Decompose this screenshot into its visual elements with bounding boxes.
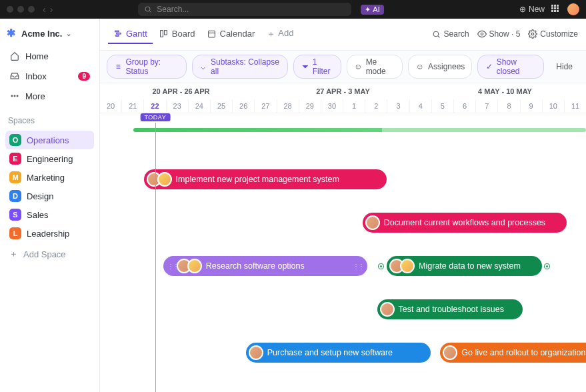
day-column[interactable]: 6 [454, 99, 476, 113]
global-search[interactable]: Search... [138, 3, 351, 16]
space-label: Marketing [27, 173, 65, 183]
subtask-icon: ⌵ [199, 62, 207, 71]
day-column[interactable]: 22 [144, 99, 166, 113]
svg-point-15 [532, 33, 535, 35]
task-label: Research software options [206, 261, 305, 271]
task-label: Migrate data to new system [419, 261, 521, 271]
dependency-dot[interactable] [379, 264, 383, 269]
overall-progress-bar [133, 128, 586, 132]
sidebar: Acme Inc. ⌄ Home Inbox 9 More Spaces OOp… [0, 19, 100, 392]
day-column[interactable]: 10 [543, 99, 565, 113]
window-controls[interactable] [7, 6, 35, 13]
day-column[interactable]: 5 [432, 99, 454, 113]
gantt-task-bar[interactable]: Purchase and setup new software [246, 343, 431, 363]
day-column[interactable]: 21 [122, 99, 144, 113]
day-column[interactable]: 25 [211, 99, 233, 113]
toolbar-search[interactable]: Search [432, 29, 469, 39]
day-column[interactable]: 29 [299, 99, 321, 113]
gantt-task-bar[interactable]: Test and troubleshoot issues [377, 299, 523, 319]
apps-grid-icon[interactable] [551, 5, 561, 14]
add-space-button[interactable]: ＋ Add Space [5, 244, 94, 264]
search-icon [143, 5, 153, 14]
nav-home[interactable]: Home [5, 47, 94, 65]
day-column[interactable]: 23 [167, 99, 189, 113]
svg-rect-9 [165, 30, 167, 35]
nav-inbox[interactable]: Inbox 9 [5, 67, 94, 85]
space-chip-icon: M [9, 171, 21, 183]
day-column[interactable]: 26 [233, 99, 255, 113]
user-avatar[interactable] [567, 3, 579, 15]
svg-rect-6 [116, 33, 121, 34]
new-button[interactable]: ⊕ New [519, 5, 545, 14]
view-tab-calendar[interactable]: Calendar [202, 25, 261, 44]
gantt-chart: 20 APR - 26 APR27 APR - 3 MAY4 MAY - 10 … [100, 83, 586, 392]
nav-back-icon[interactable]: ‹ [43, 4, 46, 15]
svg-rect-5 [115, 31, 118, 32]
day-column[interactable]: 24 [189, 99, 211, 113]
day-column[interactable]: 20 [100, 99, 122, 113]
group-by-chip[interactable]: ≡Group by: Status [107, 55, 187, 79]
avatar [365, 215, 380, 230]
chevron-down-icon: ⌄ [66, 30, 71, 37]
plus-icon: ＋ [267, 28, 275, 40]
day-column[interactable]: 8 [498, 99, 520, 113]
filter-chip[interactable]: ⏷1 Filter [293, 55, 341, 79]
view-tab-board[interactable]: Board [154, 25, 201, 44]
toolbar-show[interactable]: Show · 5 [477, 29, 521, 39]
day-column[interactable]: 9 [521, 99, 543, 113]
sidebar-space-operations[interactable]: OOperations [5, 131, 94, 149]
svg-rect-8 [161, 30, 163, 37]
titlebar: ‹ › Search... ✦ AI ⊕ New [0, 0, 586, 19]
day-column[interactable]: 1 [343, 99, 365, 113]
view-tab-gantt[interactable]: Gantt [108, 25, 153, 44]
view-toolbar: GanttBoardCalendar ＋ Add Search Show · 5… [100, 19, 586, 50]
gantt-task-bar[interactable]: Implement new project management system [144, 169, 387, 189]
gantt-task-bar[interactable]: Go live and rollout to organization [440, 343, 586, 363]
me-mode-chip[interactable]: ☺Me mode [347, 55, 403, 79]
today-marker[interactable]: TODAY [140, 113, 170, 121]
add-view-button[interactable]: ＋ Add [263, 24, 297, 44]
ai-sparkle-icon: ✦ [365, 5, 371, 14]
sidebar-space-marketing[interactable]: MMarketing [5, 168, 94, 187]
space-label: Sales [27, 210, 49, 220]
day-column[interactable]: 2 [365, 99, 387, 113]
subtasks-chip[interactable]: ⌵Subtasks: Collapse all [192, 55, 289, 79]
gantt-grid[interactable]: Implement new project management systemD… [100, 123, 586, 392]
day-column[interactable]: 7 [476, 99, 498, 113]
gantt-task-bar[interactable]: Research software options [163, 256, 367, 276]
avatar [187, 259, 202, 273]
nav-forward-icon[interactable]: › [50, 4, 53, 15]
day-column[interactable]: 27 [255, 99, 277, 113]
gantt-task-bar[interactable]: Document current workflows and processes [363, 213, 567, 233]
sidebar-space-engineering[interactable]: EEngineering [5, 149, 94, 168]
sidebar-space-sales[interactable]: SSales [5, 205, 94, 224]
hide-filters-button[interactable]: Hide [549, 55, 579, 79]
dependency-dot[interactable] [545, 264, 549, 269]
task-label: Test and troubleshoot issues [399, 305, 504, 314]
toolbar-customize[interactable]: Customize [528, 29, 578, 39]
avatar [380, 302, 395, 317]
sidebar-space-leadership[interactable]: LLeadership [5, 224, 94, 243]
space-label: Operations [27, 135, 69, 145]
plus-icon: ＋ [9, 248, 18, 260]
show-closed-chip[interactable]: ✓Show closed [477, 55, 544, 79]
assignees-chip[interactable]: ☺Assignees [408, 55, 472, 79]
day-column[interactable]: 11 [565, 99, 586, 113]
gantt-task-bar[interactable]: Migrate data to new system [387, 256, 542, 276]
day-column[interactable]: 3 [387, 99, 409, 113]
workspace-switcher[interactable]: Acme Inc. ⌄ [5, 25, 94, 45]
filter-icon: ⏷ [301, 62, 309, 71]
ai-button[interactable]: ✦ AI [361, 5, 383, 15]
day-column[interactable]: 28 [277, 99, 299, 113]
assignee-avatars [380, 302, 395, 317]
week-header: 20 APR - 26 APR27 APR - 3 MAY4 MAY - 10 … [100, 83, 586, 99]
space-chip-icon: E [9, 153, 21, 165]
plus-circle-icon: ⊕ [519, 5, 526, 14]
nav-more[interactable]: More [5, 87, 94, 105]
assignee-avatars [389, 259, 415, 273]
task-label: Document current workflows and processes [384, 218, 545, 227]
sidebar-space-design[interactable]: DDesign [5, 187, 94, 205]
day-column[interactable]: 4 [410, 99, 432, 113]
week-label: 20 APR - 26 APR [100, 83, 262, 99]
day-column[interactable]: 30 [321, 99, 343, 113]
